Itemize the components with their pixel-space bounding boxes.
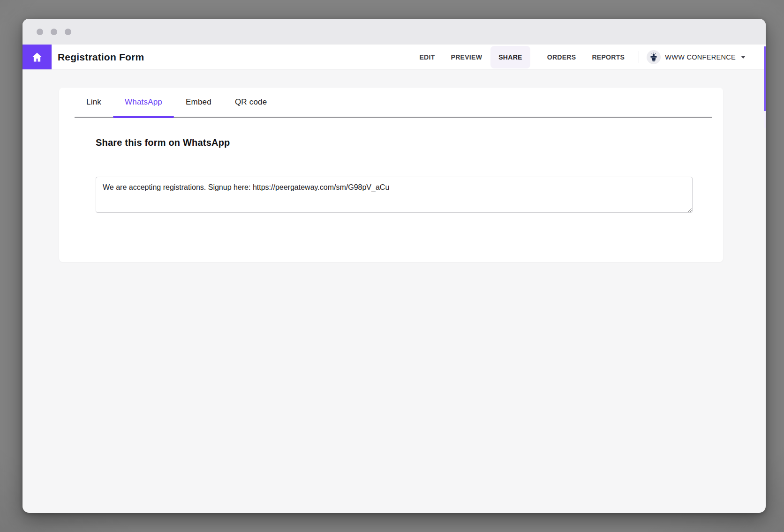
- nav-divider: [639, 51, 639, 63]
- window-control-dot[interactable]: [37, 29, 43, 35]
- panel-heading: Share this form on WhatsApp: [96, 137, 686, 148]
- home-button[interactable]: [23, 45, 52, 69]
- nav-preview[interactable]: PREVIEW: [451, 53, 482, 61]
- tab-embed[interactable]: Embed: [174, 88, 223, 117]
- browser-window: Registration Form EDIT PREVIEW SHARE ORD…: [23, 19, 766, 513]
- home-icon: [31, 52, 43, 63]
- nav-share[interactable]: SHARE: [490, 46, 530, 68]
- whatsapp-panel: Share this form on WhatsApp We are accep…: [59, 118, 723, 215]
- chevron-down-icon: [741, 56, 746, 59]
- nav-reports[interactable]: REPORTS: [592, 53, 625, 61]
- scrollbar-track[interactable]: [764, 111, 766, 128]
- page-title: Registration Form: [58, 52, 144, 63]
- app-header: Registration Form EDIT PREVIEW SHARE ORD…: [23, 45, 766, 69]
- window-control-dot[interactable]: [65, 29, 71, 35]
- tab-whatsapp[interactable]: WhatsApp: [113, 88, 174, 117]
- share-card: Link WhatsApp Embed QR code Share this f…: [59, 88, 723, 262]
- tab-qr-code[interactable]: QR code: [223, 88, 279, 117]
- window-control-dot[interactable]: [51, 29, 57, 35]
- share-message-textarea[interactable]: We are accepting registrations. Signup h…: [96, 177, 693, 213]
- account-name: WWW CONFERENCE: [665, 53, 736, 61]
- share-tabs: Link WhatsApp Embed QR code: [75, 88, 712, 118]
- avatar: [647, 50, 661, 64]
- account-menu-button[interactable]: WWW CONFERENCE: [647, 50, 746, 64]
- scrollbar-thumb[interactable]: [764, 46, 766, 111]
- podium-speaker-icon: [648, 52, 659, 62]
- nav-orders[interactable]: ORDERS: [547, 53, 576, 61]
- top-nav: EDIT PREVIEW SHARE ORDERS REPORTS: [403, 46, 766, 68]
- tab-link[interactable]: Link: [75, 88, 113, 117]
- nav-edit[interactable]: EDIT: [419, 53, 435, 61]
- window-titlebar: [23, 19, 766, 45]
